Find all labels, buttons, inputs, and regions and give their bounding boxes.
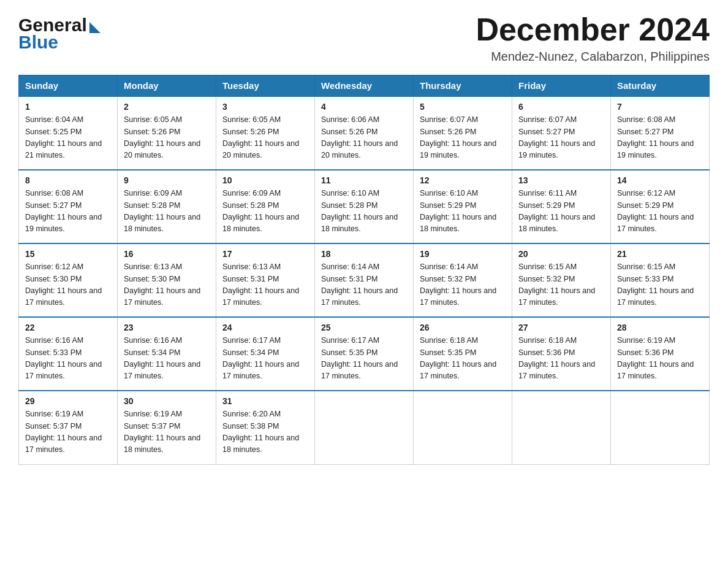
day-number: 29: [25, 396, 111, 406]
calendar-day-cell: 24Sunrise: 6:17 AMSunset: 5:34 PMDayligh…: [216, 317, 315, 391]
month-title: December 2024: [476, 12, 710, 47]
day-number: 5: [420, 102, 506, 112]
calendar-day-cell: 17Sunrise: 6:13 AMSunset: 5:31 PMDayligh…: [216, 243, 315, 317]
calendar-day-cell: 1Sunrise: 6:04 AMSunset: 5:25 PMDaylight…: [19, 96, 118, 170]
day-number: 3: [222, 102, 308, 112]
day-info: Sunrise: 6:19 AMSunset: 5:36 PMDaylight:…: [617, 335, 703, 383]
day-number: 12: [420, 175, 506, 185]
calendar-day-cell: 26Sunrise: 6:18 AMSunset: 5:35 PMDayligh…: [414, 317, 512, 391]
calendar-day-cell: 7Sunrise: 6:08 AMSunset: 5:27 PMDaylight…: [611, 96, 710, 170]
day-info: Sunrise: 6:14 AMSunset: 5:31 PMDaylight:…: [321, 261, 407, 309]
day-info: Sunrise: 6:14 AMSunset: 5:32 PMDaylight:…: [420, 261, 506, 309]
calendar-day-cell: 29Sunrise: 6:19 AMSunset: 5:37 PMDayligh…: [19, 391, 118, 464]
day-number: 28: [617, 323, 703, 332]
day-info: Sunrise: 6:16 AMSunset: 5:33 PMDaylight:…: [25, 335, 111, 383]
calendar-week-row: 15Sunrise: 6:12 AMSunset: 5:30 PMDayligh…: [19, 243, 710, 317]
calendar-empty-cell: [414, 391, 512, 464]
calendar-day-cell: 9Sunrise: 6:09 AMSunset: 5:28 PMDaylight…: [118, 170, 216, 243]
day-number: 22: [25, 323, 111, 332]
day-info: Sunrise: 6:05 AMSunset: 5:26 PMDaylight:…: [222, 114, 308, 162]
calendar-week-row: 1Sunrise: 6:04 AMSunset: 5:25 PMDaylight…: [19, 96, 710, 170]
day-info: Sunrise: 6:10 AMSunset: 5:29 PMDaylight:…: [420, 188, 506, 236]
day-number: 26: [420, 323, 506, 332]
logo: General Blue: [18, 16, 100, 52]
day-number: 24: [222, 323, 308, 332]
calendar-week-row: 29Sunrise: 6:19 AMSunset: 5:37 PMDayligh…: [19, 391, 710, 464]
calendar-day-cell: 4Sunrise: 6:06 AMSunset: 5:26 PMDaylight…: [315, 96, 414, 170]
calendar-header-row: SundayMondayTuesdayWednesdayThursdayFrid…: [19, 75, 710, 97]
day-number: 25: [321, 323, 407, 332]
calendar-day-cell: 5Sunrise: 6:07 AMSunset: 5:26 PMDaylight…: [414, 96, 512, 170]
day-number: 8: [25, 175, 111, 185]
day-info: Sunrise: 6:10 AMSunset: 5:28 PMDaylight:…: [321, 188, 407, 236]
day-number: 19: [420, 249, 506, 259]
day-info: Sunrise: 6:17 AMSunset: 5:34 PMDaylight:…: [222, 335, 308, 383]
day-number: 15: [25, 249, 111, 259]
day-number: 23: [124, 323, 210, 332]
day-number: 1: [25, 102, 111, 112]
calendar-day-cell: 18Sunrise: 6:14 AMSunset: 5:31 PMDayligh…: [315, 243, 414, 317]
logo-triangle-icon: [89, 22, 100, 33]
day-info: Sunrise: 6:07 AMSunset: 5:27 PMDaylight:…: [518, 114, 604, 162]
col-header-tuesday: Tuesday: [216, 75, 315, 97]
day-number: 18: [321, 249, 407, 259]
day-info: Sunrise: 6:15 AMSunset: 5:33 PMDaylight:…: [617, 261, 703, 309]
calendar-day-cell: 28Sunrise: 6:19 AMSunset: 5:36 PMDayligh…: [611, 317, 710, 391]
col-header-friday: Friday: [512, 75, 611, 97]
calendar-empty-cell: [611, 391, 710, 464]
day-info: Sunrise: 6:11 AMSunset: 5:29 PMDaylight:…: [518, 188, 604, 236]
day-number: 31: [222, 396, 308, 406]
day-info: Sunrise: 6:13 AMSunset: 5:30 PMDaylight:…: [124, 261, 210, 309]
calendar-day-cell: 13Sunrise: 6:11 AMSunset: 5:29 PMDayligh…: [512, 170, 611, 243]
day-number: 10: [222, 175, 308, 185]
day-number: 27: [518, 323, 604, 332]
col-header-thursday: Thursday: [414, 75, 512, 97]
day-number: 6: [518, 102, 604, 112]
day-info: Sunrise: 6:08 AMSunset: 5:27 PMDaylight:…: [25, 188, 111, 236]
day-info: Sunrise: 6:16 AMSunset: 5:34 PMDaylight:…: [124, 335, 210, 383]
day-number: 17: [222, 249, 308, 259]
day-number: 14: [617, 175, 703, 185]
calendar-empty-cell: [315, 391, 414, 464]
title-area: December 2024 Mendez-Nunez, Calabarzon, …: [476, 12, 710, 64]
day-info: Sunrise: 6:06 AMSunset: 5:26 PMDaylight:…: [321, 114, 407, 162]
calendar-day-cell: 30Sunrise: 6:19 AMSunset: 5:37 PMDayligh…: [118, 391, 216, 464]
day-info: Sunrise: 6:04 AMSunset: 5:25 PMDaylight:…: [25, 114, 111, 162]
calendar-day-cell: 19Sunrise: 6:14 AMSunset: 5:32 PMDayligh…: [414, 243, 512, 317]
day-number: 11: [321, 175, 407, 185]
day-info: Sunrise: 6:20 AMSunset: 5:38 PMDaylight:…: [222, 408, 308, 456]
page-header: General Blue December 2024 Mendez-Nunez,…: [18, 12, 710, 64]
col-header-sunday: Sunday: [19, 75, 118, 97]
calendar-week-row: 22Sunrise: 6:16 AMSunset: 5:33 PMDayligh…: [19, 317, 710, 391]
day-info: Sunrise: 6:12 AMSunset: 5:29 PMDaylight:…: [617, 188, 703, 236]
day-info: Sunrise: 6:09 AMSunset: 5:28 PMDaylight:…: [222, 188, 308, 236]
calendar-day-cell: 16Sunrise: 6:13 AMSunset: 5:30 PMDayligh…: [118, 243, 216, 317]
location-text: Mendez-Nunez, Calabarzon, Philippines: [476, 50, 710, 64]
calendar-day-cell: 12Sunrise: 6:10 AMSunset: 5:29 PMDayligh…: [414, 170, 512, 243]
day-info: Sunrise: 6:13 AMSunset: 5:31 PMDaylight:…: [222, 261, 308, 309]
day-number: 20: [518, 249, 604, 259]
calendar-day-cell: 2Sunrise: 6:05 AMSunset: 5:26 PMDaylight…: [118, 96, 216, 170]
day-info: Sunrise: 6:15 AMSunset: 5:32 PMDaylight:…: [518, 261, 604, 309]
day-number: 30: [124, 396, 210, 406]
calendar-day-cell: 23Sunrise: 6:16 AMSunset: 5:34 PMDayligh…: [118, 317, 216, 391]
day-info: Sunrise: 6:17 AMSunset: 5:35 PMDaylight:…: [321, 335, 407, 383]
day-info: Sunrise: 6:09 AMSunset: 5:28 PMDaylight:…: [124, 188, 210, 236]
day-number: 16: [124, 249, 210, 259]
day-number: 13: [518, 175, 604, 185]
calendar-table: SundayMondayTuesdayWednesdayThursdayFrid…: [18, 75, 710, 465]
day-number: 9: [124, 175, 210, 185]
col-header-monday: Monday: [118, 75, 216, 97]
calendar-empty-cell: [512, 391, 611, 464]
day-info: Sunrise: 6:18 AMSunset: 5:35 PMDaylight:…: [420, 335, 506, 383]
day-info: Sunrise: 6:12 AMSunset: 5:30 PMDaylight:…: [25, 261, 111, 309]
day-info: Sunrise: 6:19 AMSunset: 5:37 PMDaylight:…: [124, 408, 210, 456]
calendar-day-cell: 20Sunrise: 6:15 AMSunset: 5:32 PMDayligh…: [512, 243, 611, 317]
day-number: 7: [617, 102, 703, 112]
calendar-day-cell: 27Sunrise: 6:18 AMSunset: 5:36 PMDayligh…: [512, 317, 611, 391]
calendar-day-cell: 10Sunrise: 6:09 AMSunset: 5:28 PMDayligh…: [216, 170, 315, 243]
calendar-day-cell: 22Sunrise: 6:16 AMSunset: 5:33 PMDayligh…: [19, 317, 118, 391]
logo-blue-text: Blue: [18, 33, 58, 52]
calendar-day-cell: 3Sunrise: 6:05 AMSunset: 5:26 PMDaylight…: [216, 96, 315, 170]
calendar-day-cell: 8Sunrise: 6:08 AMSunset: 5:27 PMDaylight…: [19, 170, 118, 243]
